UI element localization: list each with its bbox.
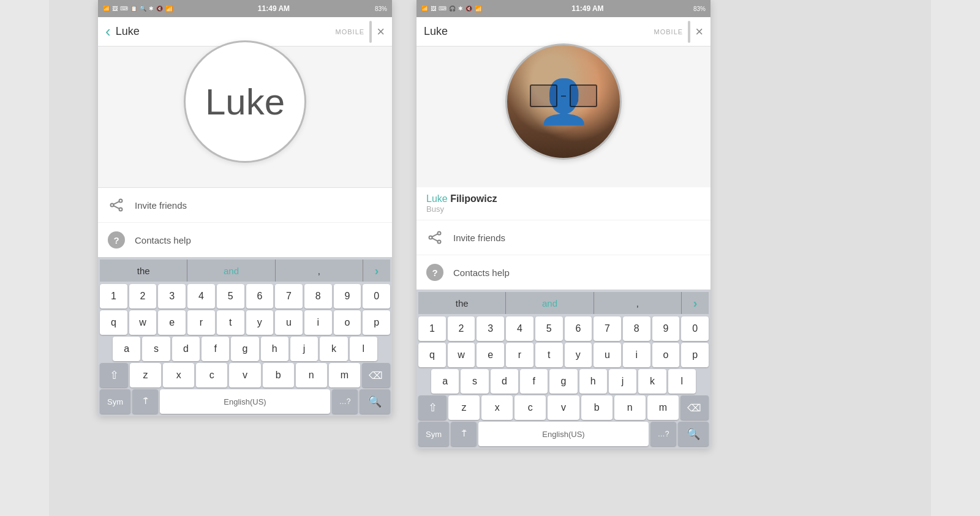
key-c-right[interactable]: c [514, 395, 546, 420]
invite-friends-item-right[interactable]: Invite friends [417, 220, 710, 255]
key-5-left[interactable]: 5 [217, 284, 244, 308]
key-o-left[interactable]: o [334, 310, 361, 335]
key-search-left[interactable]: 🔍 [360, 389, 390, 414]
key-ellipsis-left[interactable]: …? [332, 389, 358, 414]
key-c-left[interactable]: c [196, 363, 227, 387]
key-0-right[interactable]: 0 [681, 316, 709, 341]
key-a-right[interactable]: a [431, 369, 459, 394]
key-s-left[interactable]: s [142, 337, 170, 361]
key-y-left[interactable]: y [246, 310, 274, 335]
key-w-left[interactable]: w [129, 310, 157, 335]
key-w-right[interactable]: w [448, 343, 475, 367]
key-o-right[interactable]: o [652, 343, 680, 367]
key-n-right[interactable]: n [614, 395, 646, 420]
key-1-right[interactable]: 1 [418, 316, 446, 341]
close-button-left[interactable]: × [377, 24, 385, 40]
key-j-left[interactable]: j [290, 337, 318, 361]
key-j-right[interactable]: j [609, 369, 636, 394]
contacts-help-item-right[interactable]: ? Contacts help [417, 255, 710, 290]
suggestion-arrow-left[interactable]: › [363, 260, 390, 282]
key-v-right[interactable]: v [548, 395, 579, 420]
key-4-left[interactable]: 4 [187, 284, 215, 308]
key-a-left[interactable]: a [113, 337, 140, 361]
suggestion-the-left[interactable]: the [100, 260, 187, 282]
key-f-right[interactable]: f [520, 369, 548, 394]
contacts-help-item-left[interactable]: ? Contacts help [98, 223, 392, 257]
suggestion-and-right[interactable]: and [506, 292, 594, 314]
key-d-left[interactable]: d [172, 337, 200, 361]
key-e-right[interactable]: e [477, 343, 504, 367]
key-f-left[interactable]: f [202, 337, 229, 361]
key-e-left[interactable]: e [158, 310, 186, 335]
suggestion-the-right[interactable]: the [418, 292, 506, 314]
key-7-right[interactable]: 7 [594, 316, 621, 341]
key-space-left[interactable]: English(US) [160, 389, 330, 414]
key-backspace-right[interactable]: ⌫ [680, 395, 709, 420]
key-z-left[interactable]: z [130, 363, 161, 387]
key-2-left[interactable]: 2 [129, 284, 157, 308]
key-shift-right[interactable]: ⇧ [418, 395, 447, 420]
key-r-right[interactable]: r [506, 343, 533, 367]
key-s-right[interactable]: s [461, 369, 488, 394]
key-9-left[interactable]: 9 [334, 284, 361, 308]
key-1-left[interactable]: 1 [100, 284, 127, 308]
key-2-right[interactable]: 2 [448, 316, 475, 341]
suggestion-and-left[interactable]: and [187, 260, 275, 282]
key-space-right[interactable]: English(US) [478, 422, 649, 446]
key-emoji-left[interactable]: T̃ [132, 389, 158, 414]
key-g-right[interactable]: g [549, 369, 577, 394]
key-v-left[interactable]: v [229, 363, 260, 387]
key-l-left[interactable]: l [350, 337, 377, 361]
key-x-right[interactable]: x [481, 395, 513, 420]
key-u-right[interactable]: u [594, 343, 621, 367]
key-ellipsis-right[interactable]: …? [650, 422, 676, 446]
suggestion-comma-right[interactable]: , [594, 292, 682, 314]
key-h-left[interactable]: h [261, 337, 288, 361]
key-p-right[interactable]: p [681, 343, 709, 367]
key-n-left[interactable]: n [296, 363, 327, 387]
key-8-left[interactable]: 8 [304, 284, 332, 308]
close-button-right[interactable]: × [695, 24, 703, 40]
key-q-left[interactable]: q [100, 310, 127, 335]
suggestion-comma-left[interactable]: , [276, 260, 363, 282]
key-l-right[interactable]: l [668, 369, 696, 394]
invite-friends-item-left[interactable]: Invite friends [98, 188, 392, 223]
key-3-right[interactable]: 3 [477, 316, 504, 341]
key-5-right[interactable]: 5 [535, 316, 563, 341]
key-9-right[interactable]: 9 [652, 316, 680, 341]
key-i-left[interactable]: i [304, 310, 332, 335]
key-b-right[interactable]: b [581, 395, 612, 420]
suggestion-arrow-right[interactable]: › [682, 292, 709, 314]
key-i-right[interactable]: i [623, 343, 650, 367]
key-d-right[interactable]: d [491, 369, 518, 394]
key-g-left[interactable]: g [231, 337, 258, 361]
key-h-right[interactable]: h [579, 369, 607, 394]
back-button-left[interactable]: ‹ [105, 22, 111, 41]
key-x-left[interactable]: x [163, 363, 194, 387]
key-emoji-right[interactable]: T̃ [451, 422, 477, 446]
key-0-left[interactable]: 0 [363, 284, 390, 308]
key-6-right[interactable]: 6 [565, 316, 592, 341]
key-backspace-left[interactable]: ⌫ [362, 363, 390, 387]
key-t-left[interactable]: t [217, 310, 244, 335]
key-6-left[interactable]: 6 [246, 284, 274, 308]
key-search-right[interactable]: 🔍 [678, 422, 709, 446]
key-4-right[interactable]: 4 [506, 316, 533, 341]
key-u-left[interactable]: u [275, 310, 303, 335]
key-shift-left[interactable]: ⇧ [100, 363, 128, 387]
key-t-right[interactable]: t [535, 343, 563, 367]
key-b-left[interactable]: b [263, 363, 294, 387]
key-7-left[interactable]: 7 [275, 284, 303, 308]
key-q-right[interactable]: q [418, 343, 446, 367]
key-3-left[interactable]: 3 [158, 284, 186, 308]
key-p-left[interactable]: p [363, 310, 390, 335]
key-k-right[interactable]: k [638, 369, 666, 394]
key-sym-right[interactable]: Sym [418, 422, 449, 446]
key-m-right[interactable]: m [647, 395, 679, 420]
key-m-left[interactable]: m [329, 363, 360, 387]
key-y-right[interactable]: y [565, 343, 592, 367]
key-8-right[interactable]: 8 [623, 316, 650, 341]
key-r-left[interactable]: r [187, 310, 215, 335]
key-z-right[interactable]: z [448, 395, 480, 420]
key-k-left[interactable]: k [320, 337, 347, 361]
